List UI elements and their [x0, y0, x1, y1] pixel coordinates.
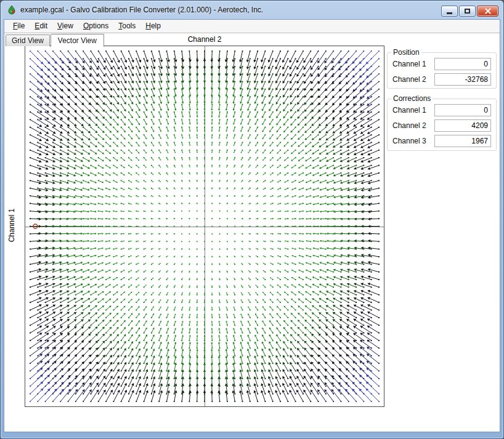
titlebar[interactable]: example.gcal - Galvo Calibration File Co…: [1, 1, 503, 19]
corrections-group: Corrections Channel 1 Channel 2 Channel …: [387, 94, 497, 151]
corrections-channel2-input[interactable]: [434, 119, 491, 132]
window-title: example.gcal - Galvo Calibration File Co…: [20, 6, 263, 14]
app-window: example.gcal - Galvo Calibration File Co…: [0, 0, 504, 439]
menu-help[interactable]: Help: [140, 20, 166, 32]
corrections-channel1-row: Channel 1: [392, 104, 491, 116]
close-icon: [485, 8, 491, 14]
menu-options[interactable]: Options: [78, 20, 113, 32]
app-icon[interactable]: [7, 5, 17, 15]
maximize-icon: [465, 9, 470, 14]
vector-field-plot: [25, 46, 384, 407]
position-group: Position Channel 1 Channel 2: [387, 48, 497, 89]
menu-file[interactable]: File: [8, 20, 30, 32]
vector-view-page: Channel 2 Channel 1 Position Channel 1 C…: [4, 33, 500, 432]
window-controls: [441, 6, 498, 17]
position-channel1-label: Channel 1: [392, 60, 434, 68]
corrections-channel2-label: Channel 2: [392, 121, 434, 130]
corrections-channel2-row: Channel 2: [392, 119, 491, 132]
corrections-channel3-row: Channel 3: [392, 135, 491, 147]
position-channel2-label: Channel 2: [392, 75, 434, 84]
tab-vector-view[interactable]: Vector View: [51, 34, 104, 47]
menu-tools[interactable]: Tools: [113, 20, 140, 32]
position-group-title: Position: [391, 48, 421, 57]
tabstrip: Grid View Vector View: [4, 33, 500, 46]
close-button[interactable]: [477, 6, 498, 17]
position-channel2-input[interactable]: [434, 73, 491, 86]
menu-edit[interactable]: Edit: [30, 20, 52, 32]
maximize-button[interactable]: [459, 6, 476, 17]
menu-view[interactable]: View: [52, 20, 78, 32]
position-channel1-input[interactable]: [434, 58, 491, 70]
position-channel2-row: Channel 2: [392, 73, 491, 86]
vector-field-canvas[interactable]: [25, 46, 384, 406]
tab-grid-view[interactable]: Grid View: [6, 34, 50, 46]
minimize-button[interactable]: [441, 6, 458, 17]
menubar: FileEditViewOptionsToolsHelp: [4, 20, 500, 33]
client-area: FileEditViewOptionsToolsHelp Grid View V…: [4, 19, 500, 432]
y-axis-label: Channel 1: [7, 195, 16, 256]
corrections-channel3-input[interactable]: [434, 135, 491, 147]
corrections-channel1-input[interactable]: [434, 104, 491, 116]
position-channel1-row: Channel 1: [392, 58, 491, 70]
minimize-icon: [447, 12, 452, 14]
corrections-channel1-label: Channel 1: [392, 106, 434, 115]
corrections-channel3-label: Channel 3: [392, 137, 434, 145]
corrections-group-title: Corrections: [391, 94, 433, 103]
